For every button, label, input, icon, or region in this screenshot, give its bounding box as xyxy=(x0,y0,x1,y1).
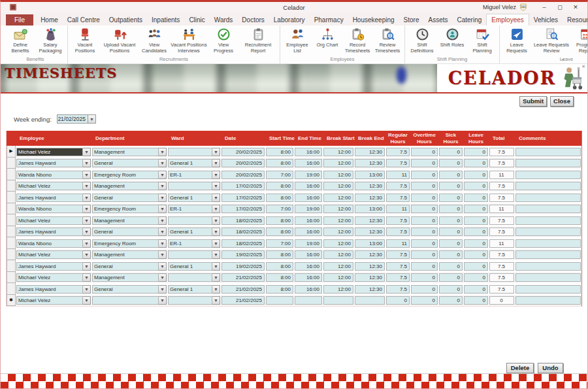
ward-field[interactable]: General 1 xyxy=(168,159,212,167)
break-end-field[interactable]: 12:30 xyxy=(355,228,385,236)
week-ending-select[interactable]: 21/02/2025 ▼ xyxy=(57,114,96,124)
sick-hours-field[interactable]: 0 xyxy=(439,171,463,179)
banner-close-icon[interactable]: ✕ xyxy=(581,64,585,69)
overtime-hours-field[interactable]: 0 xyxy=(411,296,438,305)
regular-hours-field[interactable]: 7.5 xyxy=(386,228,410,236)
employee-field[interactable]: Michael Velez xyxy=(16,182,83,190)
end-time-field[interactable]: 16:00 xyxy=(295,182,322,190)
sick-hours-field[interactable]: 0 xyxy=(439,228,463,236)
date-field[interactable]: 21/02/2025 xyxy=(221,273,265,282)
regular-hours-field[interactable]: 7.5 xyxy=(386,250,410,259)
department-field[interactable]: Management xyxy=(92,250,159,259)
comments-field[interactable] xyxy=(515,171,581,179)
ward-dropdown-icon[interactable]: ▼ xyxy=(212,148,220,156)
tab-outpatients[interactable]: Outpatients xyxy=(105,14,147,25)
break-end-field[interactable]: 12:30 xyxy=(355,182,385,190)
leave-hours-field[interactable]: 0 xyxy=(464,216,488,225)
department-field[interactable]: General xyxy=(92,285,159,294)
total-field[interactable]: 7.5 xyxy=(489,250,514,259)
ribbon-button-record-timesheets[interactable]: Record Timesheets xyxy=(342,26,372,54)
department-dropdown-icon[interactable]: ▼ xyxy=(159,194,167,202)
overtime-hours-field[interactable]: 0 xyxy=(411,273,438,282)
tab-laboratory[interactable]: Laboratory xyxy=(269,14,310,25)
employee-field[interactable]: Michael Velez xyxy=(16,250,83,259)
department-field[interactable]: General xyxy=(92,159,159,167)
ribbon-button-view-progress[interactable]: View Progress xyxy=(208,26,238,54)
sick-hours-field[interactable]: 0 xyxy=(439,285,463,294)
regular-hours-field[interactable]: 7.5 xyxy=(386,285,410,294)
total-field[interactable]: 7.5 xyxy=(489,262,514,271)
overtime-hours-field[interactable]: 0 xyxy=(411,228,438,236)
tab-wards[interactable]: Wards xyxy=(210,14,238,25)
overtime-hours-field[interactable]: 0 xyxy=(411,159,438,167)
start-time-field[interactable]: 7:00 xyxy=(266,205,293,213)
department-dropdown-icon[interactable]: ▼ xyxy=(159,148,167,156)
row-selector[interactable] xyxy=(7,226,16,238)
employee-field[interactable]: Michael Velez xyxy=(16,296,83,305)
comments-field[interactable] xyxy=(515,216,581,225)
start-time-field[interactable]: 8:00 xyxy=(266,228,293,236)
employee-field[interactable]: Wanda Nbono xyxy=(16,205,83,213)
date-field[interactable]: 17/02/2025 xyxy=(221,182,265,190)
overtime-hours-field[interactable]: 0 xyxy=(411,262,438,271)
tab-housekeeping[interactable]: Housekeeping xyxy=(348,14,399,25)
start-time-field[interactable]: 7:00 xyxy=(266,171,293,179)
break-start-field[interactable]: 12:00 xyxy=(323,285,353,294)
leave-hours-field[interactable]: 0 xyxy=(464,205,488,213)
department-field[interactable]: Emergency Room xyxy=(92,205,159,213)
date-field[interactable]: 17/02/2025 xyxy=(221,205,265,213)
ribbon-button-vacant-positions-interviews[interactable]: Vacant Positions Interviews xyxy=(169,26,208,54)
department-dropdown-icon[interactable]: ▼ xyxy=(159,159,167,167)
total-field[interactable]: 0 xyxy=(489,296,514,305)
comments-field[interactable] xyxy=(515,205,581,213)
ward-field[interactable] xyxy=(168,296,212,305)
end-time-field[interactable] xyxy=(295,296,322,305)
start-time-field[interactable]: 8:00 xyxy=(266,250,293,259)
regular-hours-field[interactable]: 7.5 xyxy=(386,262,410,271)
tab-file[interactable]: File xyxy=(6,14,33,25)
ward-field[interactable] xyxy=(168,273,212,282)
employee-field[interactable]: Wanda Nbono xyxy=(16,171,83,179)
sick-hours-field[interactable]: 0 xyxy=(439,239,463,248)
sick-hours-field[interactable]: 0 xyxy=(439,216,463,225)
overtime-hours-field[interactable]: 0 xyxy=(411,216,438,225)
ribbon-button-employee-list[interactable]: Employee List xyxy=(282,26,312,54)
overtime-hours-field[interactable]: 0 xyxy=(411,148,438,156)
comments-field[interactable] xyxy=(515,296,581,305)
total-field[interactable]: 7.5 xyxy=(489,182,514,190)
employee-dropdown-icon[interactable]: ▼ xyxy=(83,228,91,236)
ribbon-button-leave-requests[interactable]: Leave Requests xyxy=(502,26,532,54)
tab-store[interactable]: Store xyxy=(399,14,424,25)
break-end-field[interactable]: 12:30 xyxy=(355,273,385,282)
end-time-field[interactable]: 19:00 xyxy=(295,205,322,213)
break-start-field[interactable]: 12:00 xyxy=(323,250,353,259)
department-dropdown-icon[interactable]: ▼ xyxy=(159,262,167,271)
ward-dropdown-icon[interactable]: ▼ xyxy=(212,296,220,305)
row-selector[interactable] xyxy=(7,260,16,272)
ward-field[interactable] xyxy=(168,148,212,156)
row-selector[interactable] xyxy=(7,249,16,261)
tab-home[interactable]: Home xyxy=(36,14,63,25)
employee-field[interactable]: Michael Velez xyxy=(16,148,83,156)
break-start-field[interactable]: 12:00 xyxy=(323,205,353,213)
leave-hours-field[interactable]: 0 xyxy=(464,239,488,248)
ribbon-button-salary-packaging[interactable]: Salary Packaging xyxy=(35,26,65,54)
submit-button[interactable]: Submit xyxy=(519,96,547,107)
department-dropdown-icon[interactable]: ▼ xyxy=(159,228,167,236)
row-selector[interactable] xyxy=(7,214,16,226)
break-end-field[interactable]: 13:00 xyxy=(355,171,385,179)
overtime-hours-field[interactable]: 0 xyxy=(411,250,438,259)
row-selector[interactable] xyxy=(7,169,16,180)
sick-hours-field[interactable]: 0 xyxy=(439,194,463,202)
ward-field[interactable]: ER-1 xyxy=(168,171,212,179)
leave-hours-field[interactable]: 0 xyxy=(464,250,488,259)
end-time-field[interactable]: 16:00 xyxy=(295,194,322,202)
end-time-field[interactable]: 16:00 xyxy=(295,216,322,225)
date-field[interactable]: 19/02/2025 xyxy=(221,262,265,271)
employee-dropdown-icon[interactable]: ▼ xyxy=(83,194,91,202)
break-end-field[interactable]: 12:30 xyxy=(355,194,385,202)
row-selector[interactable] xyxy=(7,272,16,284)
break-start-field[interactable]: 12:00 xyxy=(323,262,353,271)
tab-assets[interactable]: Assets xyxy=(423,14,452,25)
delete-button[interactable]: Delete xyxy=(506,363,534,373)
